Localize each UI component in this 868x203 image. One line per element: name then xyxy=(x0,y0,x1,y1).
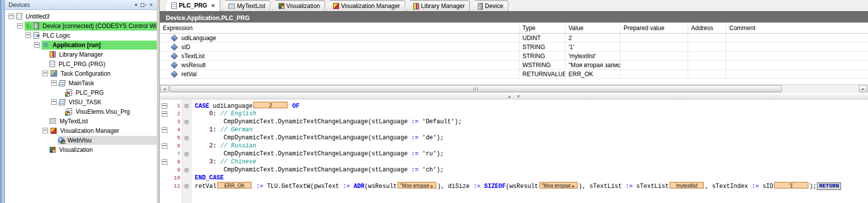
watch-row-sTextList[interactable]: sTextListSTRING'mytextlist' xyxy=(160,52,868,61)
watch-row-retVal[interactable]: retValRETURNVALUESERR_OK xyxy=(160,70,868,79)
tab-visualization[interactable]: Visualization xyxy=(272,1,325,11)
close-icon[interactable]: × xyxy=(147,2,155,9)
breakpoint-position-icon[interactable] xyxy=(182,152,191,156)
inline-monitor-value[interactable]: 2 xyxy=(253,102,287,108)
tab-visualization-manager[interactable]: Visualization Manager xyxy=(327,1,405,11)
tree-item-device-connected-codesys-control-win-v3-x64[interactable]: ↻Device [connected] (CODESYS Control Win… xyxy=(5,21,157,31)
column-header-prepared-value[interactable]: Prepared value xyxy=(621,23,688,33)
expand-more-icon[interactable]: ▶ xyxy=(431,184,434,188)
tab-plc-prg[interactable]: PLC_PRG✕ xyxy=(165,0,220,11)
horizontal-scrollbar[interactable]: ◄ ► xyxy=(160,84,868,94)
collapse-icon[interactable] xyxy=(51,99,57,105)
code-line-1[interactable]: 1CASE udiLanguage2 OF xyxy=(160,102,868,110)
tree-item-content: MainTask xyxy=(59,79,157,88)
tree-item-plc-prg-prg[interactable]: PLC_PRG (PRG) xyxy=(5,59,157,69)
breakpoint-position-icon[interactable] xyxy=(182,120,191,124)
watch-row-udiLanguage[interactable]: udiLanguageUDINT2 xyxy=(160,34,868,43)
tree-item-maintask[interactable]: MainTask xyxy=(5,78,157,88)
code-line-11[interactable]: 11retValERR_OK := TLU.GetTextW(pwsText :… xyxy=(160,182,868,190)
collapse-icon[interactable] xyxy=(162,143,167,149)
column-header-expression[interactable]: Expression xyxy=(160,23,519,33)
expand-more-icon[interactable]: ▶ xyxy=(572,184,575,188)
editor-tabstrip: PLC_PRG✕MyTextListVisualizationVisualiza… xyxy=(160,0,868,12)
scroll-left-icon[interactable]: ◄ xyxy=(160,85,169,92)
tree-item-webvisu[interactable]: WebVisu xyxy=(5,135,157,145)
code-line-4[interactable]: 4 1: // German xyxy=(160,126,868,134)
column-header-type[interactable]: Type xyxy=(519,23,565,33)
column-header-value[interactable]: Value xyxy=(565,23,621,33)
code-line-7[interactable]: 7 CmpDynamicText.DynamicTextChangeLangua… xyxy=(160,150,868,158)
tab-mytextlist[interactable]: MyTextList xyxy=(222,1,270,11)
fold-icon[interactable] xyxy=(160,127,169,133)
collapse-icon[interactable] xyxy=(26,33,31,38)
breakpoint-position-icon[interactable] xyxy=(182,104,191,108)
collapse-icon[interactable] xyxy=(51,80,57,86)
collapse-icon[interactable] xyxy=(34,42,40,48)
task-icon xyxy=(59,80,66,86)
collapse-icon[interactable] xyxy=(162,159,167,165)
inline-monitor-value[interactable]: 'mytextlist' xyxy=(670,182,704,188)
tree-item-plc-logic[interactable]: PLC Logic xyxy=(5,31,157,40)
code-line-10[interactable]: 10END_CASE xyxy=(160,174,868,182)
column-header-comment[interactable]: Comment xyxy=(726,23,868,33)
inline-monitor-value[interactable]: '1' xyxy=(774,182,808,188)
tree-item-application-run[interactable]: ⚙Application [run] xyxy=(5,40,157,50)
splitter-down-icon[interactable]: ▼ xyxy=(516,94,520,99)
table-code-splitter[interactable]: ▲ ▼ xyxy=(160,93,868,100)
scroll-right-icon[interactable]: ► xyxy=(859,85,867,92)
code-line-9[interactable]: 9 CmpDynamicText.DynamicTextChangeLangua… xyxy=(160,166,868,174)
watch-cell-expression: udiLanguage xyxy=(160,34,519,42)
collapse-icon[interactable] xyxy=(43,71,48,76)
inline-monitor-value[interactable]: "Моя вторая▶ xyxy=(398,182,436,188)
collapse-icon[interactable] xyxy=(162,103,167,109)
tree-item-untitled3[interactable]: Untitled3 xyxy=(5,12,157,21)
code-line-5[interactable]: 5 CmpDynamicText.DynamicTextChangeLangua… xyxy=(160,134,868,142)
tree-item-visuelems-visu-prg[interactable]: VisuElems.Visu_Prg xyxy=(5,107,157,116)
splitter-up-icon[interactable]: ▲ xyxy=(507,94,511,99)
tree-item-library-manager[interactable]: Library Manager xyxy=(5,50,157,59)
scrollbar-thumb[interactable] xyxy=(170,85,782,92)
tree-item-mytextlist[interactable]: MyTextList xyxy=(5,116,157,126)
watch-row-wsResult[interactable]: wsResultWSTRING"Моя вторая запись" xyxy=(160,61,868,70)
watch-cell-prepared[interactable] xyxy=(621,34,688,42)
st-code-editor[interactable]: 1CASE udiLanguage2 OF2 0: // English3 Cm… xyxy=(160,100,868,203)
column-header-address[interactable]: Address xyxy=(688,23,726,33)
tab-library-manager[interactable]: Library Manager xyxy=(407,1,470,11)
fold-icon[interactable] xyxy=(160,103,169,109)
inline-monitor-value[interactable]: "Моя вторая▶ xyxy=(539,182,578,188)
breakpoint-position-icon[interactable] xyxy=(182,168,191,172)
code-line-2[interactable]: 2 0: // English xyxy=(160,110,868,118)
tree-item-task-configuration[interactable]: Task Configuration xyxy=(5,69,157,78)
fold-icon[interactable] xyxy=(160,111,169,117)
collapse-icon[interactable] xyxy=(162,111,167,117)
tree-item-plc-prg[interactable]: PLC_PRG xyxy=(5,88,157,97)
tree-item-visu-task[interactable]: VISU_TASK xyxy=(5,97,157,107)
panel-menu-icon[interactable]: ▾ xyxy=(132,2,140,9)
collapse-icon[interactable] xyxy=(17,23,23,29)
watch-row-sID[interactable]: sIDSTRING'1' xyxy=(160,43,868,52)
watch-cell-expression: wsResult xyxy=(160,61,519,69)
watch-cell-prepared[interactable] xyxy=(621,43,688,51)
watch-cell-prepared[interactable] xyxy=(621,61,688,69)
code-line-8[interactable]: 8 3: // Chinese xyxy=(160,158,868,166)
tab-close-icon[interactable]: ✕ xyxy=(211,3,215,9)
inline-monitor-value[interactable]: ERR_OK xyxy=(217,182,251,188)
breakpoint-position-icon[interactable] xyxy=(182,136,191,140)
tree-item-visualization-manager[interactable]: Visualization Manager xyxy=(5,126,157,135)
collapse-icon[interactable] xyxy=(9,14,14,19)
code-line-6[interactable]: 6 2: // Russian xyxy=(160,142,868,150)
breakpoint-position-icon[interactable] xyxy=(182,184,191,188)
tab-device[interactable]: Device xyxy=(471,1,508,11)
watch-cell-prepared[interactable] xyxy=(621,70,688,78)
watch-cell-prepared[interactable] xyxy=(621,52,688,60)
tree-item-visualization[interactable]: Visualization xyxy=(5,145,157,154)
tab-label: Device xyxy=(485,3,503,10)
code-line-3[interactable]: 3 CmpDynamicText.DynamicTextChangeLangua… xyxy=(160,118,868,126)
device-tree: Untitled3↻Device [connected] (CODESYS Co… xyxy=(5,10,157,154)
code-token: CmpDynamicText.DynamicTextChangeLanguage… xyxy=(195,150,411,157)
fold-icon[interactable] xyxy=(160,143,169,149)
collapse-icon[interactable] xyxy=(43,128,48,133)
collapse-icon[interactable] xyxy=(162,127,167,133)
pin-icon[interactable] xyxy=(140,2,147,9)
fold-icon[interactable] xyxy=(160,159,169,165)
